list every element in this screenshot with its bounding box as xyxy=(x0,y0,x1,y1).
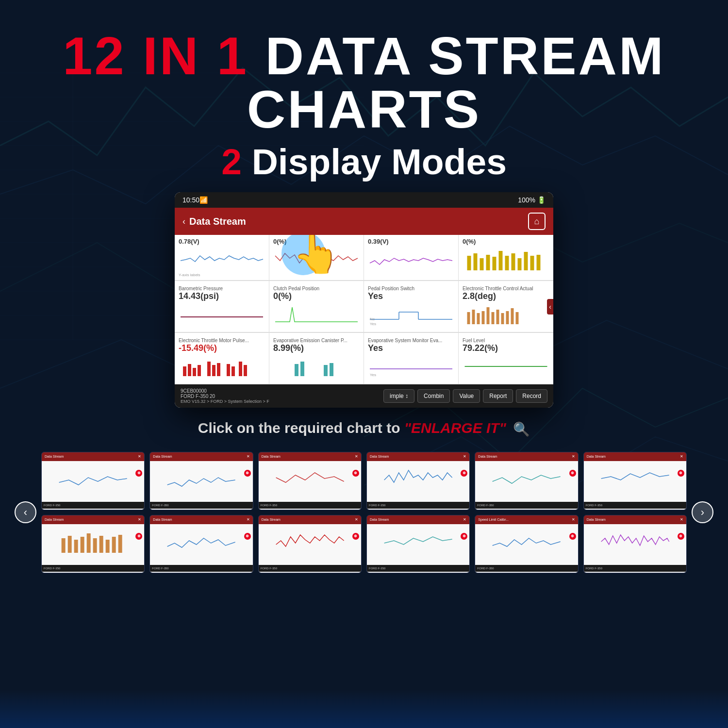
thumbnail-section: ‹ Data Stream ✕ ⊕ FORD F-350 xyxy=(0,442,728,583)
svg-rect-44 xyxy=(183,366,186,376)
cell3-chart xyxy=(368,246,454,273)
svg-rect-35 xyxy=(477,313,480,324)
thumbnail-6[interactable]: Data Stream ✕ ⊕ FORD F-350 xyxy=(583,452,687,510)
cell4-value: 0(%) xyxy=(463,238,549,245)
data-cell-1[interactable]: 0.78(V) Y-axis labels xyxy=(175,235,269,281)
cell-bp-label: Barometric Pressure xyxy=(179,286,265,291)
svg-rect-13 xyxy=(467,256,471,270)
svg-text:Yes: Yes xyxy=(370,322,376,326)
data-grid-row1: 0.78(V) Y-axis labels 0(%) 👆 xyxy=(175,235,553,281)
data-cell-evap2[interactable]: Evaporative System Monitor Eva... Yes Ye… xyxy=(364,333,459,384)
cell-bp-value: 14.43(psi) xyxy=(179,291,265,301)
data-cell-evap1[interactable]: Evaporative Emission Canister P... 8.99(… xyxy=(269,333,364,384)
svg-rect-50 xyxy=(217,363,220,376)
value-button[interactable]: Value xyxy=(453,389,480,403)
cell-bp-chart xyxy=(179,302,265,329)
cell-cp-value: 0(%) xyxy=(273,291,360,301)
cell-etm-value: -15.49(%) xyxy=(179,343,265,353)
svg-rect-45 xyxy=(188,364,191,376)
cell-ps-chart: Yes No xyxy=(368,302,454,329)
thumbnail-11[interactable]: Speed Limit Calibr... ✕ ⊕ FORD F-350 xyxy=(475,515,578,573)
data-cell-3[interactable]: 0.39(V) xyxy=(364,235,459,281)
data-cell-ps[interactable]: Pedal Position Switch Yes Yes No xyxy=(364,281,459,332)
svg-rect-58 xyxy=(330,363,333,376)
cell-ps-value: Yes xyxy=(368,291,454,301)
status-bar: 10:50 📶 100% 🔋 xyxy=(175,192,553,208)
cell3-value: 0.39(V) xyxy=(368,238,454,245)
thumbnail-3[interactable]: Data Stream ✕ ⊕ FORD F-350 xyxy=(258,452,362,510)
svg-rect-64 xyxy=(74,540,78,553)
svg-rect-34 xyxy=(472,310,475,324)
cell-fuel-chart xyxy=(463,354,549,381)
thumbnail-9[interactable]: Data Stream ✕ ⊕ FORD F-350 xyxy=(258,515,362,573)
data-cell-fuel[interactable]: Fuel Level 79.22(%) xyxy=(459,333,553,384)
cell-etc-chart xyxy=(463,302,549,329)
cell-evap2-chart: Yes xyxy=(368,354,454,381)
data-cell-bp[interactable]: Barometric Pressure 14.43(psi) xyxy=(175,281,269,332)
cell-evap1-chart xyxy=(273,354,360,381)
thumbnail-4[interactable]: Data Stream ✕ ⊕ FORD F-350 xyxy=(366,452,470,510)
thumbnail-1[interactable]: Data Stream ✕ ⊕ FORD F-350 xyxy=(41,452,145,510)
data-grid-row3: Electronic Throttle Motor Pulse... -15.4… xyxy=(175,333,553,384)
bottom-toolbar: 9CEB00000 FORD F-350 20 EMO V15.32 > FOR… xyxy=(175,384,553,408)
svg-rect-38 xyxy=(492,312,495,324)
svg-text:Yes: Yes xyxy=(370,373,376,377)
subtitle-text: Display Modes xyxy=(252,141,507,182)
svg-rect-23 xyxy=(530,256,534,270)
data-cell-4[interactable]: 0(%) xyxy=(459,235,553,281)
thumbnail-2[interactable]: Data Stream ✕ ⊕ FORD F-350 xyxy=(149,452,253,510)
data-cell-2[interactable]: 0(%) 👆 xyxy=(269,235,364,281)
device-mockup: 10:50 📶 100% 🔋 ‹ Data Stream ⌂ 0.78(V) xyxy=(175,192,553,408)
svg-rect-66 xyxy=(87,533,91,553)
expand-arrow[interactable]: ‹ xyxy=(547,299,553,314)
data-grid-row2: Barometric Pressure 14.43(psi) Clutch Pe… xyxy=(175,281,553,333)
header-title: Data Stream xyxy=(189,216,246,227)
svg-rect-62 xyxy=(62,538,66,553)
svg-rect-21 xyxy=(518,258,522,270)
path-text: EMO V15.32 > FORD > System Selection > F xyxy=(181,399,383,404)
combin-button[interactable]: Combin xyxy=(417,389,450,403)
data-cell-etc[interactable]: Electronic Throttle Control Actual 2.8(d… xyxy=(459,281,553,332)
svg-rect-69 xyxy=(106,540,110,553)
svg-rect-41 xyxy=(506,311,509,324)
thumbnail-12[interactable]: Data Stream ✕ ⊕ FORD F-350 xyxy=(583,515,687,573)
svg-rect-63 xyxy=(68,536,72,553)
prev-arrow-button[interactable]: ‹ xyxy=(15,501,36,523)
svg-rect-40 xyxy=(501,313,504,324)
svg-rect-15 xyxy=(480,258,484,270)
data-cell-cp[interactable]: Clutch Pedal Position 0(%) xyxy=(269,281,364,332)
record-button[interactable]: Record xyxy=(516,389,547,403)
cell4-chart xyxy=(463,246,549,273)
svg-rect-57 xyxy=(324,365,328,376)
next-arrow-button[interactable]: › xyxy=(692,501,713,523)
thumbnail-5[interactable]: Data Stream ✕ ⊕ FORD F-350 xyxy=(475,452,578,510)
svg-rect-54 xyxy=(244,365,247,376)
thumbnail-7[interactable]: Data Stream ✕ ⊕ xyxy=(41,515,145,573)
bottom-glow xyxy=(0,689,728,728)
svg-text:No: No xyxy=(370,317,375,321)
data-cell-etm[interactable]: Electronic Throttle Motor Pulse... -15.4… xyxy=(175,333,269,384)
cell-evap1-value: 8.99(%) xyxy=(273,343,360,353)
report-button[interactable]: Report xyxy=(483,389,513,403)
svg-rect-33 xyxy=(467,312,470,324)
thumbnail-8[interactable]: Data Stream ✕ ⊕ FORD F-350 xyxy=(149,515,253,573)
svg-rect-65 xyxy=(81,537,84,553)
svg-rect-17 xyxy=(493,257,496,270)
svg-rect-70 xyxy=(112,537,116,553)
simple-button[interactable]: imple ↕ xyxy=(383,389,414,403)
cell-evap2-label: Evaporative System Monitor Eva... xyxy=(368,338,454,343)
cell-etc-value: 2.8(deg) xyxy=(463,291,549,301)
svg-rect-48 xyxy=(207,362,211,376)
thumbnail-10[interactable]: Data Stream ✕ ⊕ FORD F-350 xyxy=(366,515,470,573)
battery-icon: 🔋 xyxy=(537,196,546,204)
title-white-part: DATA STREAM CHARTS xyxy=(247,26,665,139)
svg-rect-20 xyxy=(512,253,515,270)
svg-rect-24 xyxy=(537,255,541,270)
vehicle-info: 9CEB00000 FORD F-350 20 EMO V15.32 > FOR… xyxy=(181,388,383,404)
home-button[interactable]: ⌂ xyxy=(528,213,546,230)
instruction-highlight: "ENLARGE IT" xyxy=(404,420,506,436)
svg-rect-43 xyxy=(516,312,519,324)
vehicle-text: FORD F-350 20 xyxy=(181,394,383,399)
cell1-value: 0.78(V) xyxy=(179,238,265,245)
back-button[interactable]: ‹ xyxy=(182,216,185,227)
